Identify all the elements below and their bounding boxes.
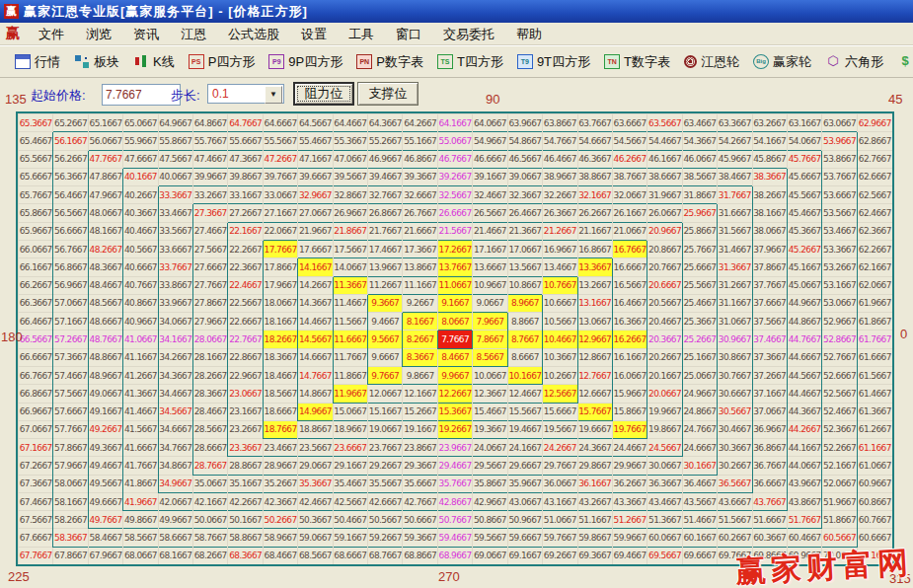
grid-cell[interactable]: 55.0667 — [437, 132, 472, 150]
grid-cell[interactable]: 35.2667 — [263, 475, 297, 492]
grid-cell[interactable]: 43.0667 — [507, 492, 542, 510]
grid-cell[interactable]: 57.5667 — [53, 385, 88, 403]
grid-cell[interactable]: 17.8667 — [263, 258, 297, 276]
grid-cell[interactable]: 10.0667 — [473, 366, 507, 384]
toolbar-item[interactable]: PSP四方形 — [182, 53, 263, 71]
grid-cell[interactable]: 68.4667 — [263, 547, 297, 564]
grid-cell[interactable]: 41.9667 — [123, 492, 158, 510]
grid-cell[interactable]: 28.9667 — [263, 457, 297, 475]
grid-cell[interactable]: 25.0667 — [682, 366, 717, 384]
grid-cell[interactable]: 17.4667 — [368, 240, 403, 257]
grid-cell[interactable]: 42.5667 — [333, 492, 367, 510]
grid-cell[interactable]: 30.1667 — [682, 457, 717, 475]
menu-item-8[interactable]: 交易委托 — [432, 27, 505, 41]
grid-cell[interactable]: 45.9667 — [718, 150, 752, 168]
grid-cell[interactable]: 24.1667 — [507, 439, 542, 457]
grid-cell[interactable]: 43.8667 — [787, 492, 821, 510]
grid-cell[interactable]: 44.7667 — [787, 331, 821, 348]
grid-cell[interactable]: 64.9667 — [158, 114, 192, 132]
grid-cell[interactable]: 9.5667 — [368, 331, 403, 348]
grid-cell[interactable]: 57.2667 — [53, 331, 88, 348]
support-button[interactable]: 支撑位 — [357, 82, 418, 106]
grid-cell[interactable]: 21.3667 — [507, 222, 542, 240]
grid-cell[interactable]: 60.8667 — [857, 492, 892, 510]
grid-cell[interactable]: 52.0667 — [822, 475, 857, 492]
grid-cell[interactable]: 29.4667 — [437, 457, 472, 475]
grid-cell[interactable]: 51.4667 — [682, 511, 717, 529]
grid-cell[interactable]: 18.4667 — [263, 366, 297, 384]
grid-cell[interactable]: 58.6667 — [158, 529, 192, 547]
grid-cell[interactable]: 28.3667 — [193, 385, 228, 403]
grid-cell[interactable]: 48.9667 — [88, 366, 122, 384]
grid-cell[interactable]: 24.4667 — [612, 439, 647, 457]
grid-cell[interactable]: 58.2667 — [53, 511, 88, 529]
grid-cell[interactable]: 26.6667 — [437, 204, 472, 222]
grid-cell[interactable]: 63.1667 — [787, 114, 821, 132]
grid-cell[interactable]: 43.6667 — [718, 492, 752, 510]
grid-cell[interactable]: 54.7667 — [543, 132, 577, 150]
grid-cell[interactable]: 64.5667 — [298, 114, 333, 132]
grid-cell[interactable]: 11.1667 — [403, 276, 437, 294]
grid-cell[interactable]: 64.4667 — [333, 114, 367, 132]
grid-cell[interactable]: 60.1667 — [682, 529, 717, 547]
grid-cell[interactable]: 39.5667 — [333, 168, 367, 185]
grid-cell[interactable]: 16.3667 — [612, 313, 647, 331]
toolbar-item[interactable]: ⬡六角形 — [818, 53, 890, 71]
grid-cell[interactable]: 63.8667 — [543, 114, 577, 132]
grid-cell[interactable]: 51.6667 — [752, 511, 787, 529]
grid-cell[interactable]: 28.4667 — [193, 403, 228, 420]
grid-cell[interactable]: 54.6667 — [577, 132, 612, 150]
grid-cell[interactable]: 58.4667 — [88, 529, 122, 547]
grid-cell[interactable]: 26.1667 — [612, 204, 647, 222]
grid-cell[interactable]: 17.3667 — [403, 240, 437, 257]
grid-cell[interactable]: 15.0667 — [333, 403, 367, 420]
grid-cell[interactable]: 38.7667 — [612, 168, 647, 185]
grid-cell[interactable]: 26.8667 — [368, 204, 403, 222]
grid-cell[interactable]: 59.9667 — [612, 529, 647, 547]
grid-cell[interactable]: 27.8667 — [193, 294, 228, 312]
grid-cell[interactable]: 40.6667 — [123, 258, 158, 276]
menu-item-4[interactable]: 公式选股 — [217, 27, 290, 41]
grid-cell[interactable]: 42.9667 — [473, 492, 507, 510]
grid-cell[interactable]: 11.5667 — [333, 313, 367, 331]
grid-cell[interactable]: 48.1667 — [88, 222, 122, 240]
grid-cell[interactable]: 48.0667 — [88, 204, 122, 222]
grid-cell[interactable]: 46.0667 — [682, 150, 717, 168]
grid-cell[interactable]: 38.0667 — [752, 222, 787, 240]
grid-cell[interactable]: 33.0667 — [263, 186, 297, 204]
chevron-down-icon[interactable]: ▼ — [265, 86, 282, 104]
grid-cell[interactable]: 21.4667 — [473, 222, 507, 240]
grid-cell[interactable]: 37.9667 — [752, 240, 787, 257]
grid-cell[interactable]: 22.3667 — [228, 258, 263, 276]
grid-cell[interactable]: 13.1667 — [577, 294, 612, 312]
grid-cell[interactable]: 46.4667 — [543, 150, 577, 168]
grid-cell[interactable]: 49.4667 — [88, 457, 122, 475]
grid-cell[interactable]: 48.4667 — [88, 276, 122, 294]
grid-cell[interactable]: 47.0667 — [333, 150, 367, 168]
grid-cell[interactable]: 22.6667 — [228, 313, 263, 331]
grid-cell[interactable]: 12.3667 — [473, 385, 507, 403]
grid-cell[interactable]: 62.8667 — [857, 132, 892, 150]
grid-cell[interactable]: 59.3667 — [403, 529, 437, 547]
grid-cell[interactable]: 68.0667 — [123, 547, 158, 564]
grid-cell[interactable]: 32.8667 — [333, 186, 367, 204]
grid-cell[interactable]: 16.4667 — [612, 294, 647, 312]
grid-cell[interactable]: 36.7667 — [752, 457, 787, 475]
grid-cell[interactable]: 29.2667 — [368, 457, 403, 475]
grid-cell[interactable]: 67.5667 — [19, 511, 53, 529]
grid-cell[interactable]: 46.5667 — [507, 150, 542, 168]
grid-cell[interactable]: 33.9667 — [158, 294, 192, 312]
grid-cell[interactable]: 54.9667 — [473, 132, 507, 150]
grid-cell[interactable]: 14.9667 — [298, 403, 333, 420]
start-price-input[interactable] — [102, 84, 181, 106]
grid-cell[interactable]: 54.3667 — [682, 132, 717, 150]
grid-cell[interactable]: 33.5667 — [158, 222, 192, 240]
grid-cell[interactable]: 17.7667 — [263, 240, 297, 257]
grid-cell[interactable]: 50.3667 — [298, 511, 333, 529]
grid-cell[interactable]: 21.0667 — [612, 222, 647, 240]
grid-cell[interactable]: 41.7667 — [123, 457, 158, 475]
grid-cell[interactable]: 28.5667 — [193, 420, 228, 438]
resistance-button[interactable]: 阻力位 — [293, 82, 354, 106]
grid-cell[interactable]: 8.7667 — [507, 331, 542, 348]
grid-cell[interactable]: 25.8667 — [682, 222, 717, 240]
